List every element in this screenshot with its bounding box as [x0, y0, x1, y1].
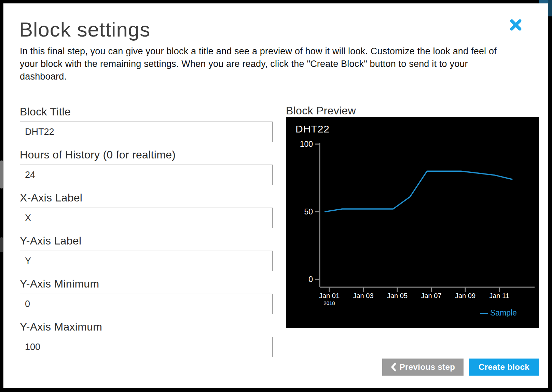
- previous-step-label: Previous step: [400, 362, 455, 372]
- block-preview-heading: Block Preview: [286, 104, 356, 117]
- page-background: Block settings In this final step, you c…: [0, 0, 552, 392]
- svg-text:100: 100: [300, 140, 313, 149]
- modal-description: In this final step, you can give your bl…: [20, 45, 516, 83]
- y-axis-minimum-label: Y-Axis Minimum: [20, 278, 273, 290]
- block-settings-modal: Block settings In this final step, you c…: [3, 3, 548, 388]
- previous-step-button[interactable]: Previous step: [382, 359, 464, 376]
- field-hours-of-history: Hours of History (0 for realtime): [20, 149, 273, 185]
- svg-text:DHT22: DHT22: [295, 123, 330, 135]
- hours-of-history-label: Hours of History (0 for realtime): [20, 149, 273, 160]
- y-axis-label-label: Y-Axis Label: [20, 235, 273, 247]
- block-preview-chart: DHT22050100Jan 012018Jan 03Jan 05Jan 07J…: [286, 117, 539, 328]
- x-axis-label-input[interactable]: [20, 208, 273, 228]
- hours-of-history-input[interactable]: [20, 165, 273, 185]
- svg-text:Jan 01: Jan 01: [319, 292, 340, 299]
- svg-text:50: 50: [304, 207, 313, 216]
- y-axis-maximum-input[interactable]: [20, 337, 273, 357]
- y-axis-minimum-input[interactable]: [20, 294, 273, 314]
- svg-text:Jan 09: Jan 09: [455, 292, 475, 299]
- svg-text:0: 0: [308, 275, 313, 284]
- block-preview: DHT22050100Jan 012018Jan 03Jan 05Jan 07J…: [286, 117, 539, 328]
- field-x-axis-label: X-Axis Label: [20, 192, 273, 228]
- close-icon: [510, 19, 522, 31]
- svg-text:Jan 05: Jan 05: [387, 292, 408, 299]
- y-axis-label-input[interactable]: [20, 251, 273, 271]
- close-button[interactable]: [509, 18, 523, 32]
- field-y-axis-minimum: Y-Axis Minimum: [20, 278, 273, 314]
- svg-text:Jan 03: Jan 03: [353, 292, 373, 299]
- block-title-label: Block Title: [20, 106, 273, 117]
- y-axis-maximum-label: Y-Axis Maximum: [20, 321, 273, 333]
- svg-text:Jan 07: Jan 07: [421, 292, 441, 299]
- svg-text:2018: 2018: [323, 300, 335, 306]
- background-artifact: [0, 237, 3, 252]
- create-block-label: Create block: [479, 362, 529, 372]
- modal-title: Block settings: [19, 18, 150, 41]
- svg-text:— Sample: — Sample: [480, 308, 517, 317]
- svg-text:Jan 11: Jan 11: [489, 292, 509, 299]
- background-artifact: [0, 160, 3, 188]
- field-block-title: Block Title: [20, 106, 273, 142]
- field-y-axis-label: Y-Axis Label: [20, 235, 273, 271]
- block-title-input[interactable]: [20, 122, 273, 142]
- create-block-button[interactable]: Create block: [469, 359, 539, 376]
- chevron-left-icon: [391, 363, 396, 372]
- x-axis-label-label: X-Axis Label: [20, 192, 273, 204]
- background-artifact: [548, 0, 552, 16]
- field-y-axis-maximum: Y-Axis Maximum: [20, 321, 273, 357]
